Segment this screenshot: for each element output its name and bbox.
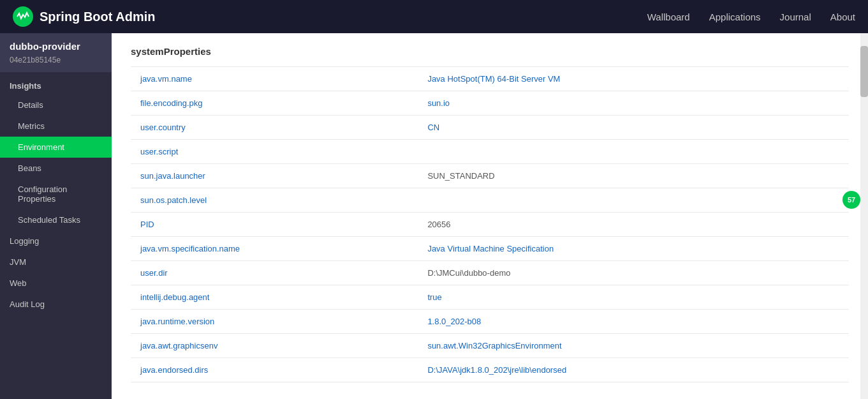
table-row: user.script [131,140,849,164]
sidebar-item-beans[interactable]: Beans [0,158,112,179]
scrollbar-track[interactable] [860,33,868,399]
table-row: java.vm.specification.nameJava Virtual M… [131,237,849,261]
prop-value: Java Virtual Machine Specification [418,237,849,261]
table-row: user.dirD:\JMCui\dubbo-demo [131,261,849,285]
main-content: systemProperties java.vm.nameJava HotSpo… [112,33,868,399]
prop-value [418,140,849,164]
prop-value [418,188,849,213]
sidebar-item-scheduled-tasks[interactable]: Scheduled Tasks [0,209,112,230]
prop-value: CN [418,116,849,140]
prop-value: sun.awt.Win32GraphicsEnvironment [418,334,849,358]
sidebar-item-audit-log[interactable]: Audit Log [0,294,112,315]
prop-key: java.endorsed.dirs [131,358,418,382]
brand-title: Spring Boot Admin [40,10,155,24]
sidebar-item-environment[interactable]: Environment [0,137,112,158]
table-row: java.endorsed.dirsD:\JAVA\jdk1.8.0_202\j… [131,358,849,382]
nav-applications[interactable]: Applications [709,11,761,22]
prop-value: true [418,285,849,310]
scrollbar-thumb[interactable] [860,46,868,97]
section-title: systemProperties [131,46,849,57]
brand: Spring Boot Admin [13,6,647,27]
sidebar-insights-label: Insights [0,72,112,94]
navbar: Spring Boot Admin Wallboard Applications… [0,0,868,33]
sidebar-item-details[interactable]: Details [0,94,112,116]
nav-about[interactable]: About [830,11,855,22]
sidebar-item-config-properties[interactable]: Configuration Properties [0,179,112,209]
sidebar: dubbo-provider 04e21b85145e Insights Det… [0,33,112,399]
prop-value: sun.io [418,91,849,116]
prop-key: sun.java.launcher [131,164,418,188]
prop-value: D:\JAVA\jdk1.8.0_202\jre\lib\endorsed [418,358,849,382]
nav-journal[interactable]: Journal [780,11,811,22]
prop-value: 1.8.0_202-b08 [418,310,849,334]
sidebar-app-id: 04e21b85145e [0,54,112,72]
sidebar-item-metrics[interactable]: Metrics [0,116,112,137]
prop-key: sun.os.patch.level [131,188,418,213]
prop-value: SUN_STANDARD [418,164,849,188]
table-row: user.countryCN [131,116,849,140]
nav-wallboard[interactable]: Wallboard [647,11,690,22]
prop-key: java.runtime.version [131,310,418,334]
prop-value: D:\JMCui\dubbo-demo [418,261,849,285]
content-area: systemProperties java.vm.nameJava HotSpo… [112,33,868,395]
sidebar-item-web[interactable]: Web [0,273,112,294]
side-badge[interactable]: 57 [842,191,860,209]
table-row: java.runtime.version1.8.0_202-b08 [131,310,849,334]
prop-value: Java HotSpot(TM) 64-Bit Server VM [418,67,849,91]
app-logo [13,6,33,27]
table-row: sun.os.patch.level [131,188,849,213]
properties-table: java.vm.nameJava HotSpot(TM) 64-Bit Serv… [131,66,849,382]
nav-links: Wallboard Applications Journal About [647,11,855,22]
table-row: PID20656 [131,213,849,237]
table-row: intellij.debug.agenttrue [131,285,849,310]
layout: dubbo-provider 04e21b85145e Insights Det… [0,33,868,399]
prop-key: java.vm.name [131,67,418,91]
sidebar-app-name: dubbo-provider [0,33,112,54]
prop-key: user.country [131,116,418,140]
sidebar-item-jvm[interactable]: JVM [0,252,112,273]
prop-key: intellij.debug.agent [131,285,418,310]
table-row: java.vm.nameJava HotSpot(TM) 64-Bit Serv… [131,67,849,91]
prop-key: java.awt.graphicsenv [131,334,418,358]
prop-key: user.dir [131,261,418,285]
prop-key: user.script [131,140,418,164]
table-row: file.encoding.pkgsun.io [131,91,849,116]
sidebar-item-logging[interactable]: Logging [0,230,112,252]
prop-value: 20656 [418,213,849,237]
prop-key: java.vm.specification.name [131,237,418,261]
table-row: sun.java.launcherSUN_STANDARD [131,164,849,188]
table-row: java.awt.graphicsenvsun.awt.Win32Graphic… [131,334,849,358]
prop-key: PID [131,213,418,237]
prop-key: file.encoding.pkg [131,91,418,116]
